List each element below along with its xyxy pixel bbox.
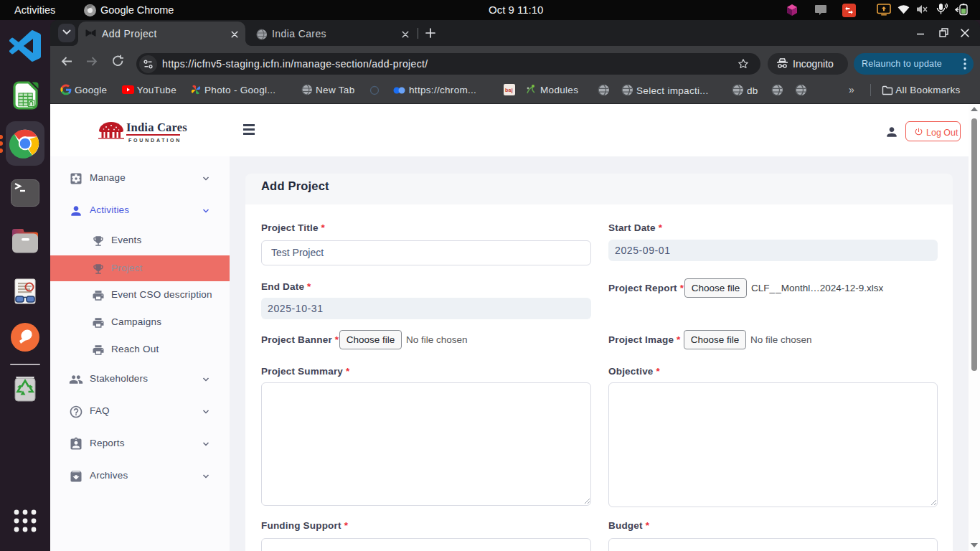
svg-text:baj: baj xyxy=(505,88,513,93)
